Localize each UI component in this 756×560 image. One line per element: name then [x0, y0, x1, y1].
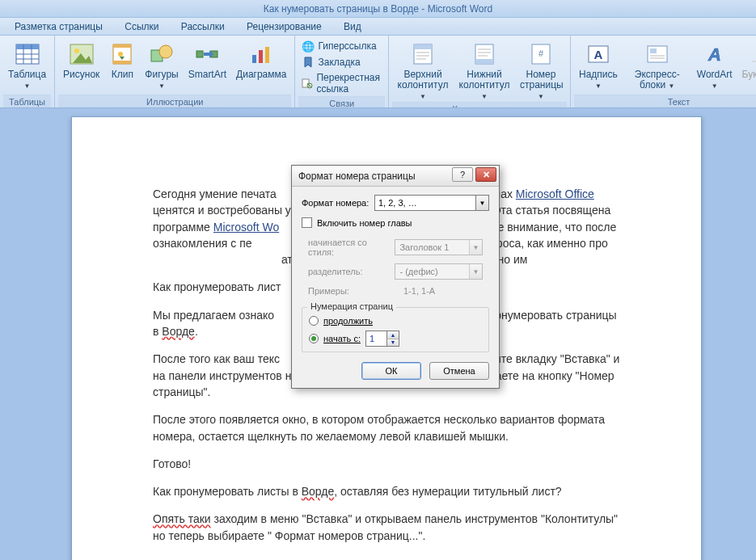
- start-at-radio[interactable]: [309, 334, 319, 343]
- btn-label: Клип: [109, 69, 135, 80]
- group-label: Иллюстрации: [58, 95, 291, 107]
- ribbon-tabs: Разметка страницы Ссылки Рассылки Реценз…: [0, 18, 756, 36]
- svg-rect-16: [196, 51, 203, 57]
- select-value: 1, 2, 3, …: [378, 198, 417, 208]
- table-button[interactable]: Таблица▼: [3, 38, 51, 91]
- tab-review[interactable]: Рецензирование: [237, 18, 332, 36]
- group-text: A Надпись▼ Экспресс-блоки ▼ A WordArt▼ A: [571, 36, 756, 107]
- svg-point-15: [159, 45, 172, 58]
- smartart-icon: [194, 41, 220, 67]
- chevron-down-icon: ▼: [538, 93, 544, 100]
- paragraph: Готово!: [153, 456, 620, 472]
- radio-label: начать с:: [323, 334, 361, 343]
- ribbon: Таблица▼ Таблицы Рисунок Клип: [0, 36, 756, 108]
- spell-marked: Ворде: [302, 485, 335, 498]
- btn-label: WordArt: [697, 69, 733, 80]
- link[interactable]: Microsoft Office: [516, 187, 594, 200]
- spinner-value: 1: [370, 334, 374, 343]
- chevron-down-icon: ▼: [420, 93, 426, 100]
- clip-icon: [109, 41, 135, 67]
- crossref-button[interactable]: Перекрестная ссылка: [302, 72, 382, 95]
- svg-point-12: [118, 52, 123, 57]
- chevron-down-icon: ▼: [669, 82, 675, 90]
- start-at-spinner[interactable]: 1 ▲ ▼: [365, 331, 399, 347]
- help-button[interactable]: ?: [452, 167, 473, 182]
- dropcap-button[interactable]: A Буквица▼: [737, 38, 756, 91]
- include-chapter-checkbox[interactable]: [302, 217, 312, 228]
- svg-text:A: A: [593, 48, 602, 61]
- spell-marked: Опять таки: [153, 512, 211, 525]
- group-label: Текст: [574, 95, 756, 107]
- chart-icon: [248, 41, 274, 67]
- ok-button[interactable]: ОК: [361, 362, 421, 380]
- dialog-title: Формат номера страницы: [298, 171, 416, 182]
- page-number-button[interactable]: # Номер страницы ▼: [515, 38, 567, 102]
- group-label: Таблицы: [3, 95, 51, 107]
- spin-down-icon[interactable]: ▼: [386, 339, 399, 347]
- dialog-titlebar[interactable]: Формат номера страницы ? ✕: [292, 166, 499, 187]
- group-label: Связи: [298, 96, 385, 108]
- starts-style-select: Заголовок 1 ▼: [395, 239, 483, 255]
- number-format-select[interactable]: 1, 2, 3, … ▼: [374, 195, 489, 211]
- separator-label: разделитель:: [308, 267, 395, 276]
- bookmark-button[interactable]: Закладка: [302, 56, 382, 69]
- wordart-button[interactable]: A WordArt▼: [692, 38, 737, 91]
- spin-up-icon[interactable]: ▲: [386, 331, 399, 339]
- paragraph: Как пронумеровать листы в Ворде, оставля…: [153, 483, 620, 499]
- picture-button[interactable]: Рисунок: [58, 38, 104, 80]
- dialog-body: Формат номера: 1, 2, 3, … ▼ Включить ном…: [292, 187, 499, 388]
- wordart-icon: A: [702, 41, 728, 67]
- header-button[interactable]: Верхний колонтитул ▼: [392, 38, 454, 102]
- clip-button[interactable]: Клип: [104, 38, 140, 80]
- footer-icon: [471, 41, 497, 67]
- svg-point-7: [74, 48, 79, 53]
- chevron-down-icon: ▼: [469, 264, 482, 279]
- close-button[interactable]: ✕: [475, 167, 496, 182]
- smartart-button[interactable]: SmartArt: [184, 38, 231, 80]
- btn-label: Таблица: [8, 69, 46, 80]
- hyperlink-button[interactable]: 🌐 Гиперссылка: [302, 40, 382, 53]
- shapes-button[interactable]: Фигуры ▼: [140, 38, 183, 91]
- group-tables: Таблица▼ Таблицы: [0, 36, 55, 107]
- btn-label: Нижний колонтитул: [459, 69, 510, 91]
- tab-references[interactable]: Ссылки: [115, 18, 168, 36]
- btn-label: Диаграмма: [236, 69, 286, 80]
- tab-page-layout[interactable]: Разметка страницы: [5, 18, 112, 36]
- svg-rect-20: [259, 50, 263, 63]
- chart-button[interactable]: Диаграмма: [231, 38, 291, 80]
- btn-label: Гиперссылка: [318, 40, 376, 52]
- dropcap-icon: A: [747, 41, 756, 67]
- textbox-button[interactable]: A Надпись▼: [574, 38, 623, 91]
- svg-rect-10: [113, 44, 131, 48]
- svg-text:#: #: [538, 48, 544, 58]
- starts-style-label: начинается со стиля:: [308, 238, 395, 257]
- svg-text:A: A: [707, 44, 721, 65]
- crossref-icon: [302, 77, 313, 90]
- tab-mailings[interactable]: Рассылки: [171, 18, 234, 36]
- separator-select: - (дефис) ▼: [395, 263, 483, 280]
- continue-radio[interactable]: [309, 316, 319, 326]
- svg-rect-39: [650, 48, 657, 53]
- btn-label: Перекрестная ссылка: [316, 72, 382, 95]
- chevron-down-icon: ▼: [24, 82, 31, 90]
- chevron-down-icon: ▼: [158, 82, 165, 90]
- textbox-icon: A: [585, 41, 611, 67]
- group-illustrations: Рисунок Клип Фигуры ▼ SmartArt: [55, 36, 295, 107]
- quickparts-icon: [644, 41, 670, 67]
- window-title: Как нумеровать страницы в Ворде - Micros…: [264, 3, 492, 15]
- cancel-button[interactable]: Отмена: [429, 362, 489, 380]
- format-label: Формат номера:: [302, 198, 374, 208]
- picture-icon: [69, 41, 95, 67]
- link[interactable]: Microsoft Wo: [213, 221, 279, 234]
- group-header-footer: Верхний колонтитул ▼ Нижний колонтитул ▼…: [389, 36, 571, 107]
- btn-label: Буквица: [742, 69, 756, 80]
- btn-label: Верхний колонтитул: [398, 69, 449, 91]
- quickparts-button[interactable]: Экспресс-блоки ▼: [623, 38, 692, 91]
- chevron-down-icon: ▼: [475, 196, 488, 210]
- footer-button[interactable]: Нижний колонтитул ▼: [454, 38, 515, 102]
- svg-rect-21: [265, 47, 269, 63]
- paragraph: После этого появляется окно, в котором о…: [153, 411, 620, 444]
- tab-view[interactable]: Вид: [334, 18, 371, 36]
- radio-label: продолжить: [323, 316, 373, 326]
- group-links: 🌐 Гиперссылка Закладка Перекрестная ссыл…: [295, 36, 389, 107]
